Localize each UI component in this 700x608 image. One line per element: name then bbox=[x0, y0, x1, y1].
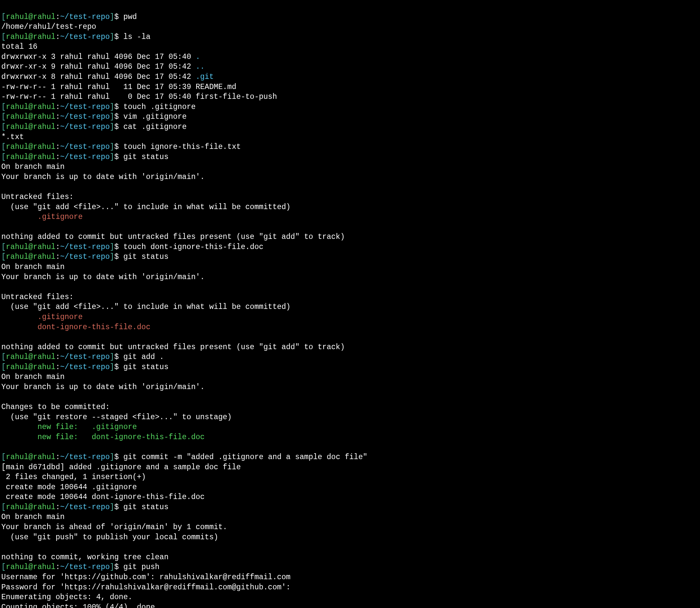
prompt-open-bracket: [ bbox=[1, 503, 6, 511]
dir-name: . bbox=[196, 53, 200, 61]
prompt-end: $ bbox=[114, 253, 124, 261]
prompt-sep: : bbox=[56, 563, 60, 571]
output-line: -rw-rw-r-- 1 rahul rahul 11 Dec 17 05:39… bbox=[1, 83, 236, 91]
output-line: Your branch is up to date with 'origin/m… bbox=[1, 173, 205, 181]
output-line: (use "git add <file>..." to include in w… bbox=[1, 203, 290, 211]
prompt-path: ~/test-repo bbox=[60, 453, 110, 461]
output-line: On branch main bbox=[1, 163, 65, 171]
staged-file: new file: dont-ignore-this-file.doc bbox=[1, 433, 205, 441]
output-line: [main d671dbd] added .gitignore and a sa… bbox=[1, 463, 241, 472]
prompt-sep: : bbox=[56, 363, 60, 372]
prompt-path: ~/test-repo bbox=[60, 123, 110, 131]
prompt-path: ~/test-repo bbox=[60, 103, 110, 111]
output-line: -rw-rw-r-- 1 rahul rahul 0 Dec 17 05:40 … bbox=[1, 93, 277, 101]
prompt-open-bracket: [ bbox=[1, 453, 6, 461]
output-line: drwxrwxr-x 3 rahul rahul 4096 Dec 17 05:… bbox=[1, 53, 196, 61]
output-line: (use "git add <file>..." to include in w… bbox=[1, 303, 290, 311]
prompt-end: $ bbox=[114, 453, 124, 461]
output-line: Username for 'https://github.com': rahul… bbox=[1, 573, 290, 582]
cmd-touch: touch ignore-this-file.txt bbox=[124, 143, 241, 151]
terminal-output[interactable]: [rahul@rahul:~/test-repo]$ pwd /home/rah… bbox=[0, 0, 700, 608]
dir-name: .. bbox=[196, 62, 205, 71]
cmd-git-commit: git commit -m "added .gitignore and a sa… bbox=[124, 453, 367, 461]
prompt-open-bracket: [ bbox=[1, 243, 6, 251]
prompt-end: $ bbox=[114, 503, 124, 511]
output-line: Changes to be committed: bbox=[1, 403, 110, 411]
output-line: /home/rahul/test-repo bbox=[1, 23, 96, 31]
prompt-sep: : bbox=[56, 113, 60, 121]
prompt-close-bracket: ] bbox=[110, 113, 114, 121]
prompt-sep: : bbox=[56, 453, 60, 461]
prompt-close-bracket: ] bbox=[110, 563, 114, 571]
prompt-path: ~/test-repo bbox=[60, 353, 110, 361]
prompt-close-bracket: ] bbox=[110, 103, 114, 111]
prompt-sep: : bbox=[56, 33, 60, 41]
prompt-end: $ bbox=[114, 103, 124, 111]
output-line: On branch main bbox=[1, 373, 65, 381]
prompt-open-bracket: [ bbox=[1, 103, 6, 111]
prompt-user: rahul@rahul bbox=[6, 253, 56, 261]
prompt-path: ~/test-repo bbox=[60, 153, 110, 161]
output-line: Password for 'https://rahulshivalkar@red… bbox=[1, 583, 295, 592]
prompt-end: $ bbox=[114, 143, 124, 151]
output-line: Your branch is ahead of 'origin/main' by… bbox=[1, 523, 227, 531]
cmd-git-push: git push bbox=[124, 563, 160, 571]
output-line: total 16 bbox=[1, 42, 37, 51]
prompt-end: $ bbox=[114, 563, 124, 571]
prompt-close-bracket: ] bbox=[110, 253, 114, 261]
prompt-path: ~/test-repo bbox=[60, 143, 110, 151]
output-line: drwxrwxr-x 8 rahul rahul 4096 Dec 17 05:… bbox=[1, 73, 196, 81]
prompt-sep: : bbox=[56, 503, 60, 511]
output-line: Your branch is up to date with 'origin/m… bbox=[1, 383, 205, 392]
prompt-open-bracket: [ bbox=[1, 563, 6, 571]
cmd-touch: touch dont-ignore-this-file.doc bbox=[124, 243, 263, 251]
prompt-sep: : bbox=[56, 123, 60, 131]
output-line: Untracked files: bbox=[1, 193, 74, 201]
prompt-close-bracket: ] bbox=[110, 153, 114, 161]
prompt-end: $ bbox=[114, 33, 124, 41]
output-line: Enumerating objects: 4, done. bbox=[1, 593, 132, 602]
cmd-git-status: git status bbox=[124, 363, 169, 372]
prompt-open-bracket: [ bbox=[1, 13, 6, 21]
prompt-sep: : bbox=[56, 243, 60, 251]
output-line: (use "git push" to publish your local co… bbox=[1, 533, 218, 542]
prompt-user: rahul@rahul bbox=[6, 243, 56, 251]
prompt-user: rahul@rahul bbox=[6, 563, 56, 571]
output-line: *.txt bbox=[1, 133, 24, 141]
prompt-sep: : bbox=[56, 13, 60, 21]
cmd-touch: touch .gitignore bbox=[124, 103, 196, 111]
output-line: create mode 100644 dont-ignore-this-file… bbox=[1, 493, 205, 501]
prompt-user: rahul@rahul bbox=[6, 113, 56, 121]
output-line: nothing added to commit but untracked fi… bbox=[1, 343, 345, 352]
output-line: nothing added to commit but untracked fi… bbox=[1, 233, 345, 241]
output-line: Counting objects: 100% (4/4), done. bbox=[1, 603, 160, 608]
prompt-user: rahul@rahul bbox=[6, 103, 56, 111]
output-line: On branch main bbox=[1, 263, 65, 271]
prompt-end: $ bbox=[114, 153, 124, 161]
prompt-close-bracket: ] bbox=[110, 33, 114, 41]
output-line: drwxr-xr-x 9 rahul rahul 4096 Dec 17 05:… bbox=[1, 62, 196, 71]
prompt-open-bracket: [ bbox=[1, 123, 6, 131]
cmd-git-status: git status bbox=[124, 153, 169, 161]
prompt-end: $ bbox=[114, 13, 124, 21]
prompt-user: rahul@rahul bbox=[6, 503, 56, 511]
output-line: Untracked files: bbox=[1, 293, 74, 301]
prompt-user: rahul@rahul bbox=[6, 13, 56, 21]
prompt-sep: : bbox=[56, 143, 60, 151]
prompt-open-bracket: [ bbox=[1, 113, 6, 121]
cmd-vim: vim .gitignore bbox=[124, 113, 187, 121]
prompt-user: rahul@rahul bbox=[6, 123, 56, 131]
staged-file: new file: .gitignore bbox=[1, 423, 137, 431]
dir-name: .git bbox=[196, 73, 214, 81]
prompt-path: ~/test-repo bbox=[60, 563, 110, 571]
prompt-end: $ bbox=[114, 243, 124, 251]
prompt-user: rahul@rahul bbox=[6, 363, 56, 372]
prompt-user: rahul@rahul bbox=[6, 453, 56, 461]
prompt-path: ~/test-repo bbox=[60, 113, 110, 121]
output-line: On branch main bbox=[1, 513, 65, 521]
prompt-open-bracket: [ bbox=[1, 33, 6, 41]
prompt-open-bracket: [ bbox=[1, 353, 6, 361]
untracked-file: .gitignore bbox=[1, 313, 82, 321]
prompt-sep: : bbox=[56, 353, 60, 361]
prompt-close-bracket: ] bbox=[110, 453, 114, 461]
